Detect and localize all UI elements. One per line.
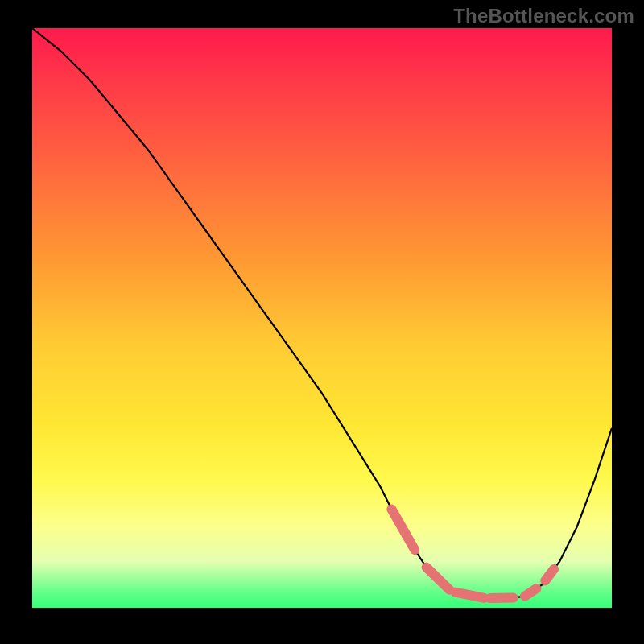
marker-lump: [391, 510, 415, 550]
marker-lump: [456, 592, 485, 598]
marker-lump: [490, 598, 514, 599]
chart-line-group: [32, 28, 612, 599]
chart-container: TheBottleneck.com: [0, 0, 644, 644]
highlight-markers: [391, 510, 554, 599]
plot-area: [32, 28, 612, 608]
watermark-text: TheBottleneck.com: [453, 5, 634, 27]
chart-line: [32, 28, 612, 599]
marker-lump: [427, 568, 450, 590]
chart-svg: [32, 28, 612, 608]
marker-lump: [545, 569, 554, 580]
marker-lump: [525, 588, 536, 597]
